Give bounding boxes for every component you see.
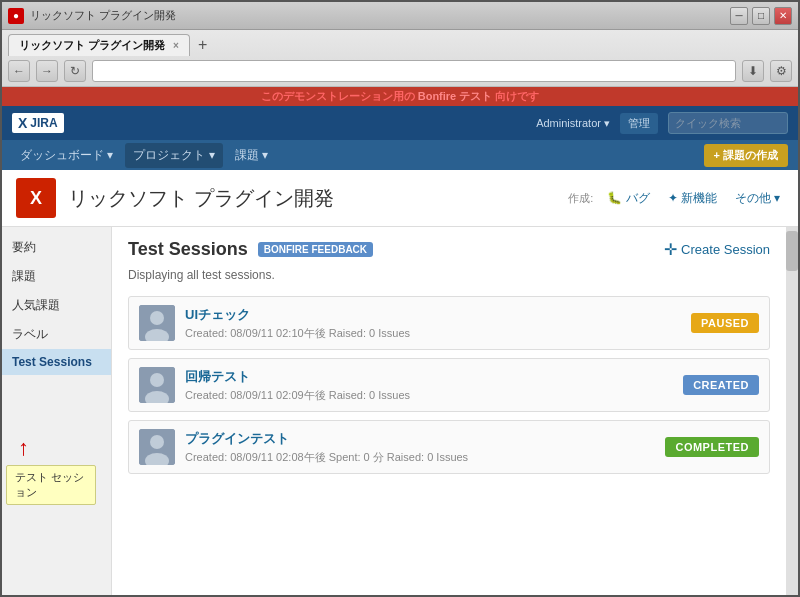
project-title: リックソフト プラグイン開発 xyxy=(68,185,334,212)
content-header: Test Sessions BONFIRE FEEDBACK ✛ Create … xyxy=(128,239,770,260)
session-info-3: プラグインテスト Created: 08/09/11 02:08午後 Spent… xyxy=(185,430,665,465)
avatar-1 xyxy=(139,305,175,341)
jira-logo-x: X xyxy=(18,115,27,131)
jira-topnav: X JIRA Administrator ▾ 管理 xyxy=(2,106,798,140)
jira-subnav: ダッシュボード ▾ プロジェクト ▾ 課題 ▾ + 課題の作成 xyxy=(2,140,798,170)
session-info-1: UIチェック Created: 08/09/11 02:10午後 Raised:… xyxy=(185,306,691,341)
bonfire-badge[interactable]: BONFIRE FEEDBACK xyxy=(258,242,373,257)
actions-label: 作成: xyxy=(568,191,593,206)
create-issue-button[interactable]: + 課題の作成 xyxy=(704,144,788,167)
status-badge-2: CREATED xyxy=(683,375,759,395)
tab-bar: リックソフト プラグイン開発 × + xyxy=(8,34,792,56)
notification-bar: このデモンストレーション用の Bonfire テスト 向けです xyxy=(2,87,798,106)
tab-label: リックソフト プラグイン開発 xyxy=(19,38,165,53)
sidebar-item-test-sessions[interactable]: Test Sessions xyxy=(2,349,111,375)
project-logo: X xyxy=(16,178,56,218)
subnav-issues[interactable]: 課題 ▾ xyxy=(227,143,276,168)
svg-point-1 xyxy=(150,311,164,325)
session-name-2[interactable]: 回帰テスト xyxy=(185,368,683,386)
session-info-2: 回帰テスト Created: 08/09/11 02:09午後 Raised: … xyxy=(185,368,683,403)
scrollbar-thumb[interactable] xyxy=(786,231,798,271)
session-meta-2: Created: 08/09/11 02:09午後 Raised: 0 Issu… xyxy=(185,388,683,403)
jira-admin-button[interactable]: 管理 xyxy=(620,113,658,134)
content-wrapper: Test Sessions BONFIRE FEEDBACK ✛ Create … xyxy=(112,227,798,595)
create-session-button[interactable]: ✛ Create Session xyxy=(664,240,770,259)
nav-bar: ← → ↻ ⬇ ⚙ xyxy=(8,60,792,82)
other-arrow-icon: ▾ xyxy=(774,191,780,205)
plus-icon: ✛ xyxy=(664,240,677,259)
content-area: Test Sessions BONFIRE FEEDBACK ✛ Create … xyxy=(112,227,786,595)
back-button[interactable]: ← xyxy=(8,60,30,82)
status-badge-3: COMPLETED xyxy=(665,437,759,457)
sidebar-tooltip: テスト セッション xyxy=(6,465,96,505)
session-name-3[interactable]: プラグインテスト xyxy=(185,430,665,448)
sidebar-item-summary[interactable]: 要約 xyxy=(2,233,111,262)
session-meta-1: Created: 08/09/11 02:10午後 Raised: 0 Issu… xyxy=(185,326,691,341)
project-actions: 作成: 🐛 バグ ✦ 新機能 その他 ▾ xyxy=(568,188,784,209)
sidebar-item-popular[interactable]: 人気課題 xyxy=(2,291,111,320)
notification-text: このデモンストレーション用の xyxy=(261,90,418,102)
jira-search-input[interactable] xyxy=(668,112,788,134)
maximize-button[interactable]: □ xyxy=(752,7,770,25)
active-tab[interactable]: リックソフト プラグイン開発 × xyxy=(8,34,190,56)
window-controls: ─ □ ✕ xyxy=(730,7,792,25)
window-icon: ● xyxy=(8,8,24,24)
minimize-button[interactable]: ─ xyxy=(730,7,748,25)
create-session-label: Create Session xyxy=(681,242,770,257)
window-title: リックソフト プラグイン開発 xyxy=(30,8,730,23)
bug-action-button[interactable]: 🐛 バグ xyxy=(603,188,653,209)
browser-toolbar: リックソフト プラグイン開発 × + ← → ↻ ⬇ ⚙ xyxy=(2,30,798,87)
sidebar-item-issues[interactable]: 課題 xyxy=(2,262,111,291)
svg-point-7 xyxy=(150,435,164,449)
sidebar-item-labels[interactable]: ラベル xyxy=(2,320,111,349)
close-button[interactable]: ✕ xyxy=(774,7,792,25)
tooltip-arrow-icon: ↑ xyxy=(18,435,111,461)
notification-text2: 向けです xyxy=(495,90,539,102)
new-tab-button[interactable]: + xyxy=(192,34,213,56)
notification-highlight: Bonfire テスト xyxy=(418,90,493,102)
session-name-1[interactable]: UIチェック xyxy=(185,306,691,324)
scrollbar[interactable] xyxy=(786,227,798,595)
jira-user-arrow: ▾ xyxy=(604,117,610,129)
window-frame: ● リックソフト プラグイン開発 ─ □ ✕ リックソフト プラグイン開発 × … xyxy=(0,0,800,597)
page-title: Test Sessions xyxy=(128,239,248,260)
subnav-projects[interactable]: プロジェクト ▾ xyxy=(125,143,222,168)
main-body: 要約 課題 人気課題 ラベル Test Sessions ↑ テスト セッション xyxy=(2,227,798,595)
avatar-3 xyxy=(139,429,175,465)
session-meta-3: Created: 08/09/11 02:08午後 Spent: 0 分 Rai… xyxy=(185,450,665,465)
address-bar[interactable] xyxy=(92,60,736,82)
jira-logo[interactable]: X JIRA xyxy=(12,113,64,133)
jira-user-menu[interactable]: Administrator ▾ xyxy=(536,117,610,130)
session-card-3: プラグインテスト Created: 08/09/11 02:08午後 Spent… xyxy=(128,420,770,474)
subtitle: Displaying all test sessions. xyxy=(128,268,770,282)
other-action-button[interactable]: その他 ▾ xyxy=(731,188,784,209)
subnav-dashboard[interactable]: ダッシュボード ▾ xyxy=(12,143,121,168)
download-button[interactable]: ⬇ xyxy=(742,60,764,82)
session-card-1: UIチェック Created: 08/09/11 02:10午後 Raised:… xyxy=(128,296,770,350)
reload-button[interactable]: ↻ xyxy=(64,60,86,82)
tab-close-icon[interactable]: × xyxy=(173,40,179,51)
settings-button[interactable]: ⚙ xyxy=(770,60,792,82)
status-badge-1: PAUSED xyxy=(691,313,759,333)
title-bar: ● リックソフト プラグイン開発 ─ □ ✕ xyxy=(2,2,798,30)
forward-button[interactable]: → xyxy=(36,60,58,82)
jira-username: Administrator xyxy=(536,117,601,129)
session-card-2: 回帰テスト Created: 08/09/11 02:09午後 Raised: … xyxy=(128,358,770,412)
feature-action-button[interactable]: ✦ 新機能 xyxy=(664,188,721,209)
avatar-2 xyxy=(139,367,175,403)
project-header: X リックソフト プラグイン開発 作成: 🐛 バグ ✦ 新機能 その他 ▾ xyxy=(2,170,798,227)
sidebar: 要約 課題 人気課題 ラベル Test Sessions ↑ テスト セッション xyxy=(2,227,112,595)
jira-logo-text: JIRA xyxy=(30,116,57,130)
svg-point-4 xyxy=(150,373,164,387)
